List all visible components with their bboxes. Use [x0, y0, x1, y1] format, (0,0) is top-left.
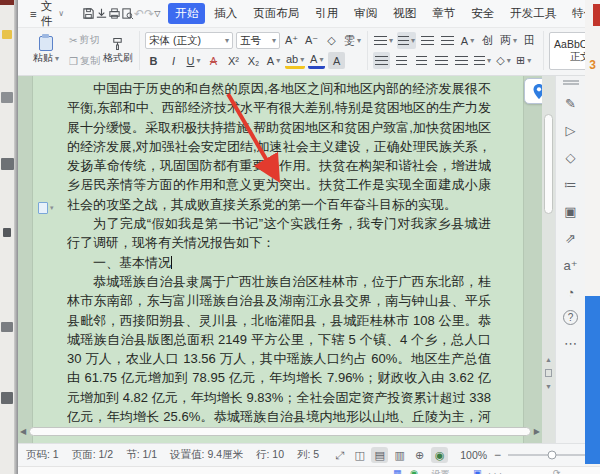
document-text[interactable]: 中国由于历史的和自然的原因,各地区之间和地区内部的经济发展很不平衡,东部和中、西…	[67, 79, 491, 431]
paste-button[interactable]: 粘贴▾	[29, 31, 63, 70]
align-right-button[interactable]	[413, 52, 430, 69]
print-preview-button[interactable]	[121, 4, 134, 24]
chevron-down-icon: ∨	[58, 9, 64, 18]
decrease-indent-button[interactable]	[419, 32, 436, 49]
tab-home[interactable]: 开始	[168, 3, 205, 24]
ribbon-tabs: 开始 插入 页面布局 引用 审阅 视图 章节 安全 开发工具 特色应用	[168, 3, 600, 24]
bullet-list-button[interactable]: ▾	[373, 32, 394, 49]
outline-view-button[interactable]: ▥	[391, 447, 408, 463]
web-view-button[interactable]: ⊕	[411, 447, 428, 463]
sort-button[interactable]: 创	[479, 32, 496, 49]
print-button[interactable]	[108, 4, 121, 24]
distribute-button[interactable]	[453, 52, 470, 69]
format-painter-button[interactable]: 格式刷	[102, 31, 134, 70]
undo-button[interactable]: ↶	[134, 4, 144, 24]
text-direction-button[interactable]: A▾	[459, 32, 476, 49]
font-size-value: 五号	[240, 34, 261, 48]
tab-section[interactable]: 章节	[425, 3, 462, 24]
pinyin-guide-button[interactable]: 雯▾	[343, 32, 362, 49]
borders-button[interactable]: ⊞▾	[515, 52, 532, 69]
image-tool-button[interactable]: ▣	[561, 202, 581, 220]
tab-review[interactable]: 审阅	[347, 3, 384, 24]
zoom-slider[interactable]	[508, 454, 596, 456]
shrink-font-button[interactable]: A⁻	[303, 32, 320, 49]
next-page-button[interactable]: ▼	[545, 383, 552, 390]
prev-page-button[interactable]: ▲	[545, 356, 552, 363]
align-center-button[interactable]	[393, 52, 410, 69]
history-button[interactable]: ◔	[561, 283, 581, 301]
zoom-out-button[interactable]: −	[494, 448, 501, 462]
copy-button[interactable]: ❐ 复制	[67, 53, 102, 69]
copy-icon: ❐	[69, 56, 78, 67]
text-effects-button[interactable]: A▾	[265, 52, 282, 69]
two-page-view-button[interactable]: ◫	[351, 447, 368, 463]
document-page[interactable]: 中国由于历史的和自然的原因,各地区之间和地区内部的经济发展很不平衡,东部和中、西…	[33, 76, 523, 443]
status-column[interactable]: 列: 5	[297, 448, 319, 462]
status-section[interactable]: 节: 1/1	[126, 448, 157, 462]
clear-format-button[interactable]: ◇	[323, 32, 340, 49]
cut-button[interactable]: ✂ 剪切	[67, 32, 102, 48]
customize-quickbar-button[interactable]: ▽	[154, 4, 160, 24]
fullscreen-view-button[interactable]: ⤢	[331, 447, 348, 463]
document-area[interactable]: 中国由于历史的和自然的原因,各地区之间和地区内部的经济发展很不平衡,东部和中、西…	[18, 76, 585, 443]
vertical-scrollbar-thumb[interactable]	[544, 114, 553, 214]
page-indicator-icon[interactable]	[545, 369, 552, 377]
ribbon: 粘贴▾ ✂ 剪切 ❐ 复制 格式刷 宋体 (	[18, 28, 585, 76]
more-tools-button[interactable]: ⋯	[561, 334, 581, 352]
increase-indent-button[interactable]	[439, 32, 456, 49]
bold-button[interactable]: B	[145, 52, 162, 69]
strikethrough-button[interactable]: A	[205, 52, 222, 69]
tab-view[interactable]: 视图	[386, 3, 423, 24]
align-left-button[interactable]	[373, 52, 390, 69]
font-color-button[interactable]: A▾	[308, 52, 325, 69]
numbered-list-button[interactable]: ▾	[397, 32, 416, 49]
italic-button[interactable]: I	[165, 52, 182, 69]
shading-button[interactable]: ◇▾	[495, 52, 512, 69]
status-page-number[interactable]: 页码: 1	[26, 448, 59, 462]
character-shading-button[interactable]: A	[328, 52, 345, 69]
insert-table-button[interactable]: 田	[521, 32, 538, 49]
cn-layout-button[interactable]: 两▾	[499, 32, 518, 49]
scroll-left-arrow[interactable]: ◀	[20, 427, 26, 436]
zoom-level[interactable]: 100%	[460, 449, 487, 461]
tab-page-layout[interactable]: 页面布局	[246, 3, 306, 24]
redo-button[interactable]: ↷	[144, 4, 154, 24]
file-menu-button[interactable]: ≡ 文件 ∨	[24, 0, 70, 32]
tab-security[interactable]: 安全	[464, 3, 501, 24]
select-pointer-button[interactable]: ▷	[561, 121, 581, 139]
line-spacing-button[interactable]: ▾	[473, 52, 492, 69]
shapes-button[interactable]: ◇	[561, 148, 581, 166]
zoom-slider-knob[interactable]	[548, 451, 557, 460]
file-menu-label: 文件	[41, 0, 53, 29]
page-view-button[interactable]: ▤	[371, 447, 388, 463]
status-page-of-total[interactable]: 页面: 1/2	[72, 448, 113, 462]
scroll-right-arrow[interactable]: ▶	[534, 427, 540, 436]
chevron-down-icon: ▽	[154, 9, 160, 18]
tab-insert[interactable]: 插入	[207, 3, 244, 24]
export-button[interactable]	[95, 4, 108, 24]
font-size-select[interactable]: 五号▾	[236, 32, 280, 49]
margin-style-widget[interactable]: ▾	[38, 202, 54, 214]
horizontal-scrollbar-thumb[interactable]	[29, 427, 531, 436]
font-name-select[interactable]: 宋体 (正文)▾	[145, 32, 233, 49]
drag-handle-icon[interactable]	[563, 80, 579, 85]
highlight-color-button[interactable]: ab▾	[285, 52, 305, 69]
share-button[interactable]: ⇗	[561, 229, 581, 247]
subscript-button[interactable]: X₂	[245, 52, 262, 69]
grow-font-button[interactable]: A⁺	[283, 32, 300, 49]
translate-button[interactable]: a⁺	[561, 256, 581, 274]
edit-pen-button[interactable]: ✎	[561, 94, 581, 112]
help-circle-button[interactable]: ?	[563, 310, 578, 325]
status-setting-value[interactable]: 设置值: 9.4厘米	[170, 448, 243, 462]
horizontal-scrollbar[interactable]: ◀ ▶	[20, 426, 540, 437]
eye-protection-button[interactable]: ◉	[431, 447, 448, 463]
superscript-button[interactable]: X²	[225, 52, 242, 69]
tab-dev-tools[interactable]: 开发工具	[503, 3, 563, 24]
status-line[interactable]: 行: 10	[256, 448, 284, 462]
adjust-settings-button[interactable]: ≔	[561, 175, 581, 193]
justify-button[interactable]	[433, 52, 450, 69]
underline-button[interactable]: U▾	[185, 52, 202, 69]
tab-references[interactable]: 引用	[308, 3, 345, 24]
save-button[interactable]	[82, 4, 95, 24]
paragraph-group: ▾ ▾ A▾ 创 两▾ 田 ▾ ◇▾ ⊞▾	[367, 31, 543, 70]
